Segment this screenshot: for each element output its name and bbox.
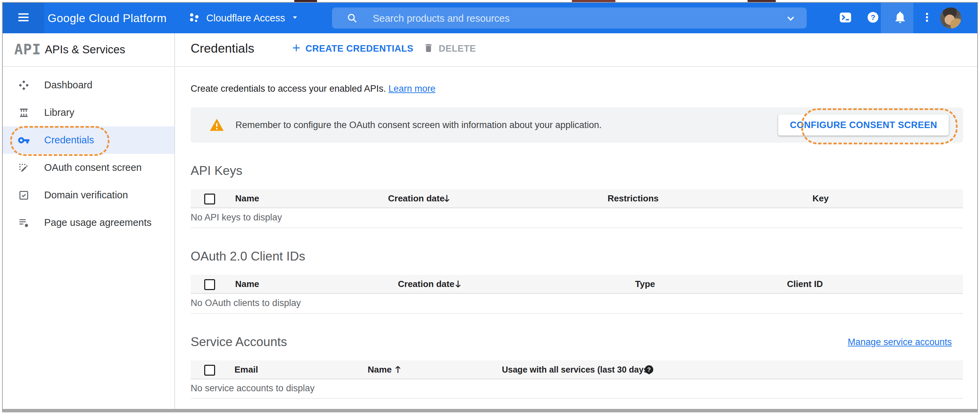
column-header-name[interactable]: Name (368, 361, 392, 379)
intro-sentence: Create credentials to access your enable… (191, 84, 386, 94)
sidebar-item-domain-verification[interactable]: Domain verification (3, 181, 174, 209)
screen-edge-artifact (572, 0, 616, 2)
configure-consent-screen-button[interactable]: CONFIGURE CONSENT SCREEN (778, 114, 949, 135)
svg-text:?: ? (870, 13, 875, 22)
sort-asc-icon[interactable] (393, 364, 403, 376)
sort-desc-icon[interactable] (453, 278, 463, 291)
notifications-button[interactable] (889, 3, 911, 33)
hamburger-menu-button[interactable] (3, 3, 44, 33)
project-selector[interactable]: Cloudflare Access (188, 3, 299, 33)
api-keys-header-row: Name Creation date Restrictions Key (191, 189, 963, 208)
sidebar-item-page-usage-agreements[interactable]: Page usage agreements (3, 209, 174, 237)
svg-text:?: ? (648, 367, 651, 373)
column-header-creation-date[interactable]: Creation date (398, 275, 454, 293)
sidebar: API APIs & Services Dashboard Library Cr… (3, 33, 174, 410)
trash-icon (423, 42, 434, 55)
screen-edge-artifact (294, 0, 317, 2)
sidebar-item-credentials[interactable]: Credentials (3, 126, 174, 154)
column-header-name[interactable]: Name (235, 189, 259, 208)
select-all-checkbox[interactable] (204, 279, 215, 290)
bell-icon (893, 11, 907, 25)
sidebar-divider (174, 33, 175, 410)
column-header-email[interactable]: Email (234, 361, 258, 379)
dashboard-icon (18, 79, 30, 91)
column-header-usage[interactable]: Usage with all services (last 30 days) (502, 361, 651, 379)
sidebar-item-label: Library (44, 107, 75, 118)
search-icon (346, 12, 358, 25)
service-accounts-title: Service Accounts (191, 334, 287, 350)
api-keys-empty-row: No API keys to display (191, 208, 963, 228)
terminal-icon (838, 10, 853, 26)
main-content: Credentials CREATE CREDENTIALS DELETE Cr… (175, 33, 977, 410)
sidebar-title: APIs & Services (45, 40, 126, 59)
project-name: Cloudflare Access (206, 13, 285, 24)
sidebar-item-label: Page usage agreements (44, 217, 151, 228)
help-button[interactable]: ? (862, 3, 883, 33)
sidebar-item-label: Domain verification (44, 189, 128, 201)
gcp-logo[interactable]: Google Cloud Platform (48, 3, 167, 33)
service-accounts-empty-row: No service accounts to display (191, 379, 963, 399)
oauth-header-row: Name Creation date Type Client ID (191, 275, 963, 294)
help-icon: ? (866, 11, 880, 25)
column-header-key[interactable]: Key (813, 189, 829, 208)
create-credentials-button[interactable]: CREATE CREDENTIALS (291, 33, 414, 64)
sidebar-item-dashboard[interactable]: Dashboard (3, 71, 174, 99)
sidebar-item-label: Dashboard (44, 79, 92, 91)
select-all-checkbox[interactable] (204, 365, 215, 376)
consent-screen-icon (18, 162, 30, 174)
sort-desc-icon[interactable] (442, 193, 452, 205)
project-dropdown-icon (291, 13, 299, 23)
delete-button[interactable]: DELETE (423, 33, 476, 64)
library-icon (18, 106, 30, 119)
column-header-name[interactable]: Name (235, 275, 259, 293)
manage-service-accounts-link[interactable]: Manage service accounts (848, 334, 952, 350)
sidebar-nav: Dashboard Library Credentials OAuth cons… (3, 71, 174, 237)
top-app-bar: Google Cloud Platform Cloudflare Access … (3, 3, 977, 33)
screen-edge-artifact (748, 0, 776, 2)
sidebar-item-label: OAuth consent screen (44, 162, 142, 173)
more-options-button[interactable] (918, 3, 937, 33)
project-icon (188, 11, 201, 25)
warning-text: Remember to configure the OAuth consent … (235, 107, 602, 143)
learn-more-link[interactable]: Learn more (388, 84, 435, 94)
search-expand-chevron-icon[interactable] (785, 13, 797, 25)
column-header-type[interactable]: Type (635, 275, 655, 293)
service-accounts-header-row: Email Name Usage with all services (last… (191, 361, 963, 380)
sidebar-item-oauth-consent-screen[interactable]: OAuth consent screen (3, 154, 174, 181)
column-header-restrictions[interactable]: Restrictions (608, 189, 659, 208)
manage-service-accounts-label: Manage service accounts (848, 337, 952, 347)
search-input[interactable] (372, 8, 775, 29)
sidebar-item-label: Credentials (44, 135, 94, 146)
plus-icon (291, 42, 302, 55)
intro-text: Create credentials to access your enable… (191, 81, 435, 97)
header-divider (3, 66, 977, 67)
page-title: Credentials (191, 41, 254, 56)
sidebar-item-library[interactable]: Library (3, 99, 174, 126)
oauth-empty-row: No OAuth clients to display (191, 293, 963, 314)
cloud-shell-button[interactable] (835, 3, 856, 33)
key-icon (18, 134, 30, 146)
hamburger-icon (16, 11, 31, 25)
usage-help-icon[interactable]: ? (644, 364, 654, 376)
search-bar (332, 8, 807, 29)
api-product-logo: API (14, 40, 41, 59)
oauth-title: OAuth 2.0 Client IDs (191, 249, 305, 264)
column-header-client-id[interactable]: Client ID (787, 275, 822, 293)
account-avatar[interactable] (940, 8, 961, 29)
column-header-creation-date[interactable]: Creation date (388, 189, 444, 208)
warning-icon (209, 117, 224, 134)
page-usage-agreements-icon (18, 217, 30, 229)
oauth-warning-banner: Remember to configure the OAuth consent … (191, 107, 963, 143)
domain-verification-icon (18, 189, 30, 202)
kebab-menu-icon (921, 11, 933, 25)
select-all-checkbox[interactable] (204, 194, 215, 205)
api-keys-title: API Keys (191, 163, 242, 179)
